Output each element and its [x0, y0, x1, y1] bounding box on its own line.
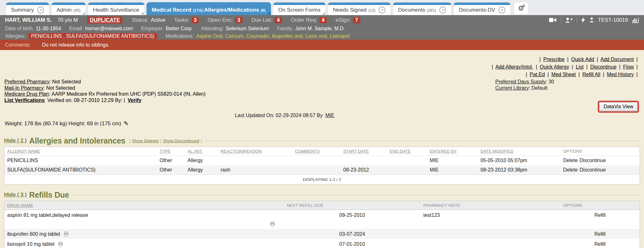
tab-medical-record[interactable]: Medical Record (174) :Allergies/Medicati… — [147, 2, 271, 15]
quick-add-link[interactable]: Quick Add — [571, 57, 594, 62]
allergy-row: SULFA(SULFONAMIDE ANTIBIOTICS) Other All… — [4, 165, 640, 175]
end-date-header[interactable]: END DATE — [387, 147, 427, 156]
chart-icon[interactable] — [632, 17, 639, 23]
show-discontinued-link[interactable]: Show Discontinued — [163, 138, 199, 143]
dob-label: Date of birth: — [5, 26, 34, 31]
start-date-header[interactable]: START DATE — [341, 147, 387, 156]
next-refill-due-cell: 07-01-2010 — [284, 239, 421, 248]
allergy-name-header[interactable]: ALLERGY NAME — [4, 147, 157, 156]
next-refill-due-cell: 09-25-2010 — [284, 210, 421, 229]
verify-link[interactable]: Verify — [128, 98, 142, 103]
duplicate-badge[interactable]: DUPLICATE — [87, 17, 122, 24]
tab-needs-signed[interactable]: Needs Signed (12) ↗ — [328, 2, 391, 15]
med-history-link[interactable]: Med History — [607, 72, 634, 77]
comments-cell — [292, 165, 341, 175]
drug-name-header[interactable]: DRUG NAME — [4, 201, 284, 210]
popout-icon[interactable]: ↗ — [498, 7, 505, 14]
options-header: OPTIONS — [560, 201, 640, 210]
med-sheet-link[interactable]: Med Sheet — [552, 72, 576, 77]
current-library-link[interactable]: Current Library — [495, 85, 529, 91]
al-int-header[interactable]: AL./INT. — [185, 147, 218, 156]
datavis-view-button[interactable]: DataVis View — [599, 102, 637, 111]
tab-health-surveillance[interactable]: Health Surveillance — [88, 2, 144, 15]
allergy-alert-badge[interactable]: PENICILLINS , SULFA(SULFONAMIDE ANTIBIOT… — [28, 33, 157, 39]
refill-link[interactable]: Refill — [560, 210, 640, 229]
tab-label: Needs Signed — [333, 7, 367, 13]
divider — [577, 17, 577, 23]
popout-icon[interactable]: ↗ — [37, 7, 44, 14]
discontinue-link[interactable]: Discontinue — [580, 158, 606, 163]
show-deleted-link[interactable]: Show Deleted — [132, 138, 158, 143]
date-modified-header[interactable]: DATE MODIFIED — [478, 147, 560, 156]
tab-documents-dv[interactable]: Documents-DV ↗ — [453, 2, 510, 15]
entered-by-cell: MIE — [427, 156, 478, 166]
gear-icon-small: ⚙ — [522, 4, 525, 8]
print-icon[interactable] — [270, 222, 275, 226]
discontinue-link[interactable]: Discontinue — [590, 64, 617, 70]
tasks-count-badge[interactable]: 3 — [192, 17, 199, 23]
tab-admin[interactable]: Admin (40) — [51, 2, 86, 15]
tab-summary[interactable]: Summary ↗ — [6, 2, 49, 15]
separator: | — [526, 72, 527, 77]
tab-documents[interactable]: Documents (281) ↗ — [393, 2, 452, 15]
divider — [561, 17, 561, 23]
demographics-row: Date of birth: 11-30-1954 Email: horner@… — [0, 25, 644, 32]
pat-ed-link[interactable]: Pat.Ed — [530, 72, 545, 77]
add-patient-icon[interactable] — [565, 17, 573, 23]
list-verifications-link[interactable]: List Verifications — [4, 98, 45, 103]
due-list-count-badge[interactable]: 4 — [275, 17, 282, 23]
comments-header[interactable]: COMMENTS — [292, 147, 341, 156]
allergy-row: PENICILLINS Other Allergy MIE 05-05-2010… — [4, 156, 640, 166]
datavis-highlight-ring: DataVis View — [598, 101, 639, 113]
delete-link[interactable]: Delete — [563, 167, 578, 172]
patient-icon[interactable] — [589, 17, 594, 23]
add-document-link[interactable]: Add Document — [601, 57, 634, 62]
esign-count-badge[interactable]: 7 — [353, 17, 360, 23]
print-icon[interactable] — [58, 242, 63, 246]
separator: | — [130, 138, 131, 143]
tab-count: (40) — [73, 8, 80, 13]
edit-pencil-icon[interactable]: ✎ — [124, 120, 129, 127]
entered-by-header[interactable]: ENTERED BY — [427, 147, 478, 156]
colon: : — [529, 85, 530, 91]
last-updated-by-link[interactable]: MIE — [325, 113, 334, 118]
video-call-icon[interactable] — [549, 17, 557, 23]
open-enc-count-badge[interactable]: 3 — [235, 17, 242, 23]
order-req-count-badge[interactable]: 4 — [319, 17, 327, 23]
patient-id[interactable]: TEST-10019 — [598, 17, 628, 23]
type-header[interactable]: TYPE — [157, 147, 185, 156]
preferred-days-supply-line: Preferred Days Supply:30 — [495, 79, 554, 85]
preferred-days-supply-link[interactable]: Preferred Days Supply — [495, 79, 546, 84]
patient-bar: HART, WILLIAM S. 70 y/o M DUPLICATE Stat… — [0, 15, 644, 25]
preferred-pharmacy-link[interactable]: Preferred Pharmacy — [4, 79, 49, 84]
delete-link[interactable]: Delete — [563, 158, 578, 163]
quick-allergy-link[interactable]: Quick Allergy — [540, 64, 569, 70]
flow-link[interactable]: Flow — [623, 64, 634, 70]
reaction-header[interactable]: REACTION/REASON — [218, 147, 292, 156]
refill-link[interactable]: Refill — [560, 229, 640, 239]
open-enc-label: Open Enc: — [208, 17, 233, 23]
action-links-row-3: | Pat.Ed | Med Sheet | Refill All | Med … — [491, 71, 639, 78]
add-allergy-link[interactable]: Add Allergy/Intol. — [495, 64, 533, 70]
separator: | — [597, 57, 598, 62]
list-link[interactable]: List — [576, 64, 584, 70]
hide-refills-link[interactable]: Hide ( 3 ) — [4, 192, 27, 198]
popout-icon[interactable]: ↗ — [439, 7, 446, 14]
medicare-drug-plan-link[interactable]: Medicare Drug Plan — [4, 91, 49, 97]
popout-icon[interactable]: ↗ — [379, 7, 386, 14]
refills-table: DRUG NAME NEXT REFILL DUE PHARMACY NOTE … — [4, 201, 640, 248]
quick-action-lightning-icon[interactable] — [581, 17, 585, 23]
refill-all-link[interactable]: Refill All — [582, 72, 600, 77]
employer-label: Employer: — [141, 26, 164, 31]
refill-link[interactable]: Refill — [560, 239, 640, 248]
print-icon[interactable] — [64, 232, 69, 236]
family-label: Family: — [277, 26, 293, 31]
prescribe-link[interactable]: Prescribe — [543, 57, 565, 62]
tab-label: Summary — [11, 7, 34, 13]
medications-list[interactable]: Aspirin Oral, Calcium, Coumadin, ibuprof… — [196, 33, 350, 39]
discontinue-link[interactable]: Discontinue — [580, 167, 606, 172]
tab-on-screen-forms[interactable]: On Screen Forms — [273, 2, 326, 15]
hide-allergies-link[interactable]: Hide ( 2 ) — [4, 138, 27, 144]
mail-in-pharmacy-link[interactable]: Mail-In Pharmacy — [4, 85, 43, 91]
settings-button[interactable]: ⚙ ⚙ — [514, 2, 528, 15]
